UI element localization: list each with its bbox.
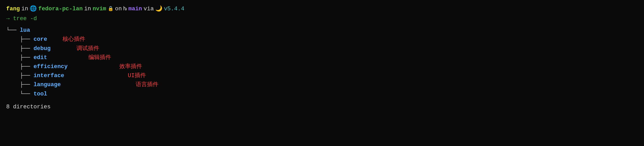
tree-chars-debug: ├── [6, 44, 34, 53]
tree-chars-core: ├── [6, 35, 34, 44]
tree-item-tool: └── tool [6, 90, 638, 99]
command-line: → tree -d [6, 14, 638, 23]
tree-item-efficiency: ├── efficiency 效率插件 [6, 62, 638, 71]
branch-name: main [128, 5, 142, 13]
globe-icon: 🌐 [30, 5, 37, 13]
tree-output: └── lua ├── core 核心插件 ├── debug 调试插件 ├──… [6, 26, 638, 99]
dir-language: language [34, 80, 61, 89]
username: fang [6, 5, 20, 13]
comment-language: 语言插件 [136, 80, 158, 89]
comment-efficiency: 效率插件 [119, 62, 142, 71]
directory-summary: 8 directories [6, 103, 638, 111]
tree-chars-root: └── [6, 26, 20, 35]
dir-interface: interface [34, 71, 64, 80]
comment-edit: 编辑插件 [88, 53, 111, 62]
dir-lua: lua [20, 26, 30, 35]
comment-core: 核心插件 [63, 35, 85, 44]
in-word-1: in [21, 5, 28, 13]
tree-item-core: ├── core 核心插件 [6, 35, 638, 44]
prompt-line: fang in 🌐 fedora-pc-lan in nvim🔒 on ƕ ma… [6, 5, 638, 13]
command-text: tree -d [13, 15, 37, 22]
tree-root: └── lua [6, 26, 638, 35]
nvim-label: nvim [93, 5, 106, 13]
tree-chars-edit: ├── [6, 53, 34, 62]
moon-icon: 🌙 [155, 5, 162, 13]
tree-chars-language: ├── [6, 80, 34, 89]
comment-debug: 调试插件 [76, 44, 99, 53]
version-label: v5.4.4 [164, 5, 184, 13]
on-word: on [115, 5, 122, 13]
dir-core: core [34, 35, 47, 44]
via-word: via [144, 5, 154, 13]
dir-efficiency: efficiency [34, 62, 68, 71]
tree-chars-tool: └── [6, 90, 34, 99]
in-word-2: in [84, 5, 91, 13]
dir-debug: debug [34, 44, 51, 53]
comment-interface: UI插件 [128, 71, 146, 80]
tree-chars-interface: ├── [6, 71, 34, 80]
hostname: fedora-pc-lan [38, 5, 83, 13]
dir-tool: tool [34, 90, 47, 99]
branch-sym: ƕ [123, 5, 127, 13]
tree-item-interface: ├── interface UI插件 [6, 71, 638, 80]
dir-edit: edit [34, 53, 47, 62]
tree-item-edit: ├── edit 编辑插件 [6, 53, 638, 62]
tree-item-language: ├── language 语言插件 [6, 80, 638, 89]
tree-chars-efficiency: ├── [6, 62, 34, 71]
arrow-icon: → [6, 15, 10, 22]
tree-item-debug: ├── debug 调试插件 [6, 44, 638, 53]
lock-icon: 🔒 [108, 5, 113, 13]
